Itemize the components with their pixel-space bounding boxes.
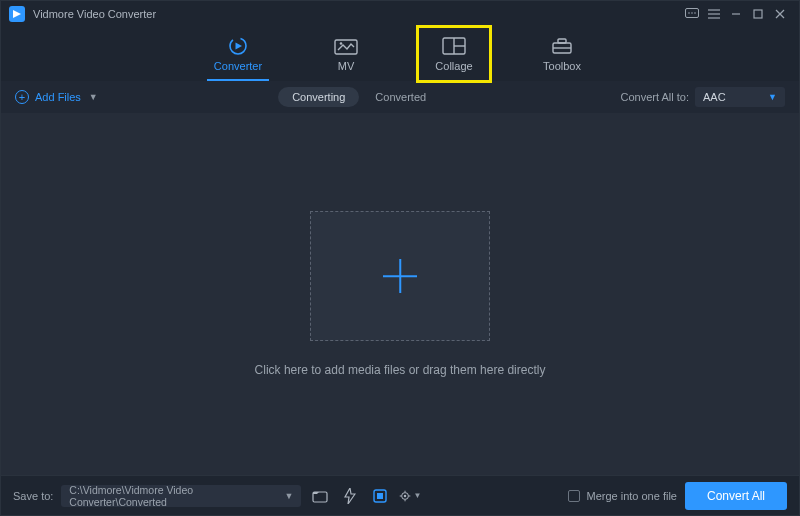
output-format-value: AAC — [703, 91, 726, 103]
tab-label: MV — [338, 60, 355, 72]
svg-rect-9 — [754, 10, 762, 18]
svg-point-3 — [691, 12, 693, 14]
converter-icon — [226, 36, 250, 56]
chevron-down-icon: ▼ — [413, 491, 421, 500]
button-label: Convert All — [707, 489, 765, 503]
app-title: Vidmore Video Converter — [33, 8, 156, 20]
convert-all-to-label: Convert All to: — [621, 91, 689, 103]
feedback-icon[interactable] — [681, 3, 703, 25]
plus-icon — [383, 259, 417, 293]
svg-point-4 — [694, 12, 696, 14]
sub-toolbar: + Add Files ▼ Converting Converted Conve… — [1, 81, 799, 113]
tab-label: Collage — [435, 60, 472, 72]
segment-label: Converted — [375, 91, 426, 103]
chevron-down-icon: ▼ — [89, 92, 98, 102]
tab-label: Converter — [214, 60, 262, 72]
add-files-label: Add Files — [35, 91, 81, 103]
settings-button[interactable]: ▼ — [399, 485, 421, 507]
app-logo-icon — [9, 6, 25, 22]
segment-converted[interactable]: Converted — [361, 87, 440, 107]
collage-icon — [442, 36, 466, 56]
tab-label: Toolbox — [543, 60, 581, 72]
checkbox-icon — [568, 490, 580, 502]
minimize-button[interactable] — [725, 3, 747, 25]
toolbox-icon — [550, 36, 574, 56]
svg-marker-0 — [13, 10, 21, 18]
open-folder-button[interactable] — [309, 485, 331, 507]
gpu-accel-button[interactable] — [369, 485, 391, 507]
add-files-button[interactable]: + Add Files ▼ — [15, 90, 98, 104]
maximize-button[interactable] — [747, 3, 769, 25]
svg-point-27 — [404, 494, 406, 496]
save-to-path-select[interactable]: C:\Vidmore\Vidmore Video Converter\Conve… — [61, 485, 301, 507]
high-speed-button[interactable] — [339, 485, 361, 507]
svg-marker-13 — [236, 43, 243, 50]
save-to-label: Save to: — [13, 490, 53, 502]
close-button[interactable] — [769, 3, 791, 25]
merge-label: Merge into one file — [586, 490, 677, 502]
tab-converter[interactable]: Converter — [205, 30, 271, 78]
chevron-down-icon: ▼ — [768, 92, 777, 102]
svg-rect-25 — [377, 493, 383, 499]
app-window: Vidmore Video Converter Converter — [0, 0, 800, 516]
menu-icon[interactable] — [703, 3, 725, 25]
output-format-select[interactable]: AAC ▼ — [695, 87, 785, 107]
main-area: Click here to add media files or drag th… — [1, 113, 799, 475]
segment-label: Converting — [292, 91, 345, 103]
tab-collage[interactable]: Collage — [421, 30, 487, 78]
save-to-path-value: C:\Vidmore\Vidmore Video Converter\Conve… — [69, 484, 284, 508]
dropzone-hint: Click here to add media files or drag th… — [255, 363, 546, 377]
footer-bar: Save to: C:\Vidmore\Vidmore Video Conver… — [1, 475, 799, 515]
segment-converting[interactable]: Converting — [278, 87, 359, 107]
main-tabs: Converter MV Collage Toolbox — [1, 27, 799, 81]
convert-all-button[interactable]: Convert All — [685, 482, 787, 510]
merge-checkbox[interactable]: Merge into one file — [568, 490, 677, 502]
titlebar: Vidmore Video Converter — [1, 1, 799, 27]
svg-point-2 — [688, 12, 690, 14]
svg-rect-20 — [558, 39, 566, 43]
tab-toolbox[interactable]: Toolbox — [529, 30, 595, 78]
tab-mv[interactable]: MV — [313, 30, 379, 78]
convert-all-to: Convert All to: AAC ▼ — [621, 87, 785, 107]
add-media-dropzone[interactable] — [310, 211, 490, 341]
chevron-down-icon: ▼ — [284, 491, 293, 501]
mv-icon — [334, 36, 358, 56]
svg-point-15 — [340, 42, 343, 45]
svg-marker-23 — [345, 488, 355, 504]
plus-circle-icon: + — [15, 90, 29, 104]
